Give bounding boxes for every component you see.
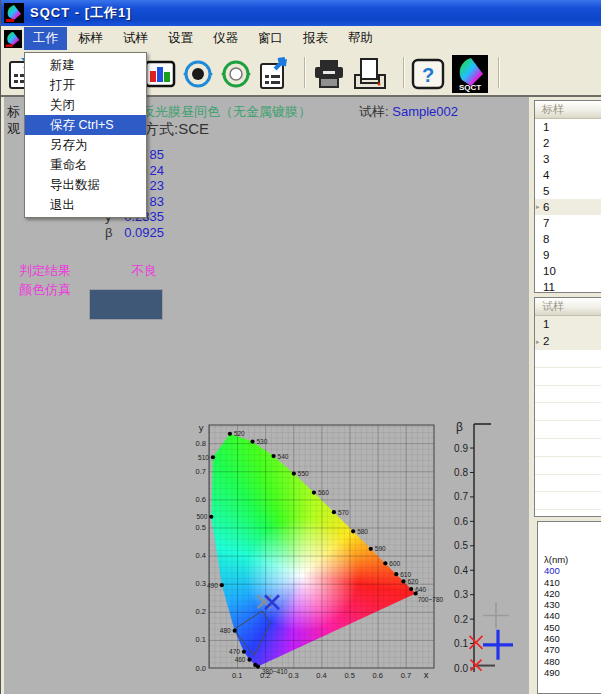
toolbar-separator (304, 57, 306, 88)
value-number: 23 (150, 178, 164, 193)
window-title: SQCT - [工作1] (30, 4, 132, 22)
menu-item-7[interactable]: 帮助 (339, 27, 382, 50)
list-row-2[interactable]: 2 (535, 135, 601, 151)
sample-line: 试样: Sample002 (359, 103, 458, 121)
export-report-button[interactable] (255, 54, 293, 93)
svg-text:700~780: 700~780 (418, 596, 444, 603)
wavelength-490[interactable]: 490 (544, 667, 601, 678)
measure-mode: 方式:SCE (144, 120, 209, 139)
menu-item-2[interactable]: 试样 (114, 27, 157, 50)
svg-text:0.7: 0.7 (401, 671, 411, 680)
print-preview-button[interactable] (351, 54, 389, 93)
sqct-logo-button[interactable]: SQCT (451, 54, 489, 93)
svg-text:520: 520 (234, 430, 245, 437)
wavelength-420[interactable]: 420 (544, 588, 601, 599)
svg-text:500: 500 (196, 513, 207, 520)
svg-text:0.8: 0.8 (454, 467, 468, 478)
list-row-9[interactable]: 9 (535, 247, 601, 263)
svg-text:0.1: 0.1 (196, 635, 206, 644)
svg-text:480: 480 (220, 627, 231, 634)
svg-text:600: 600 (389, 560, 400, 567)
help-button[interactable]: ? (409, 54, 447, 93)
list-row-7[interactable]: 7 (535, 215, 601, 231)
wavelength-470[interactable]: 470 (544, 644, 601, 655)
bar-chart-icon (144, 58, 176, 90)
wavelength-410[interactable]: 410 (544, 577, 601, 588)
file-menu-dropdown: 新建打开关闭保存 Ctrl+S另存为重命名导出数据退出 (24, 52, 147, 218)
printer-icon (312, 58, 346, 90)
wavelength-400[interactable]: 400 (544, 565, 601, 576)
sqct-logo-icon: SQCT (452, 55, 488, 93)
wavelength-430[interactable]: 430 (544, 599, 601, 610)
wavelength-460[interactable]: 460 (544, 633, 601, 644)
wavelength-450[interactable]: 450 (544, 622, 601, 633)
menu-item-4[interactable]: 仪器 (204, 27, 247, 50)
svg-text:0.6: 0.6 (196, 495, 206, 504)
print-button[interactable] (310, 54, 348, 93)
file-menu-item-7[interactable]: 退出 (25, 195, 146, 215)
value-number: 85 (150, 147, 164, 162)
wavelength-header: λ(nm) (544, 554, 601, 565)
svg-text:0.5: 0.5 (196, 523, 206, 532)
sample-measure-button[interactable] (217, 54, 255, 93)
sample-label: 试样: (359, 104, 389, 119)
wavelength-440[interactable]: 440 (544, 610, 601, 621)
list-row-10[interactable]: 10 (535, 263, 601, 279)
svg-text:?: ? (422, 64, 434, 86)
empty-row (535, 368, 601, 386)
file-menu-item-6[interactable]: 导出数据 (25, 175, 146, 195)
menu-item-5[interactable]: 窗口 (249, 27, 292, 50)
cie-chart: 0.10.20.30.40.50.60.70.00.10.20.30.40.50… (191, 415, 451, 694)
menu-item-6[interactable]: 报表 (294, 27, 337, 50)
empty-row (535, 492, 601, 510)
svg-text:0.3: 0.3 (196, 579, 206, 588)
svg-text:0.7: 0.7 (454, 491, 468, 502)
list-row-1[interactable]: 1 (535, 119, 601, 135)
file-menu-item-1[interactable]: 打开 (25, 75, 146, 95)
list-row-11[interactable]: 11 (535, 279, 601, 293)
menu-item-3[interactable]: 设置 (159, 27, 202, 50)
svg-text:x: x (424, 669, 429, 680)
list-row-2[interactable]: ▸2 (535, 333, 601, 350)
svg-text:0.1: 0.1 (232, 671, 242, 680)
product-name: 反光膜昼间色（无金属镀膜） (142, 103, 311, 121)
menu-items: 工作标样试样设置仪器窗口报表帮助 (24, 27, 382, 50)
svg-text:470: 470 (229, 648, 240, 655)
help-icon: ? (411, 57, 445, 91)
file-menu-item-4[interactable]: 另存为 (25, 135, 146, 155)
svg-text:570: 570 (338, 509, 349, 516)
wavelength-panel: λ(nm) 400410420430440450460470480490 (537, 521, 601, 694)
judgement-label: 判定结果 (19, 262, 71, 280)
svg-text:SQCT: SQCT (459, 83, 481, 92)
svg-text:550: 550 (298, 470, 309, 477)
list-row-4[interactable]: 4 (535, 167, 601, 183)
empty-row (535, 403, 601, 421)
svg-text:610: 610 (400, 571, 411, 578)
title-bar[interactable]: SQCT - [工作1] (1, 0, 601, 26)
menu-item-0[interactable]: 工作 (24, 27, 67, 50)
file-menu-item-5[interactable]: 重命名 (25, 155, 146, 175)
file-menu-item-3[interactable]: 保存 Ctrl+S (25, 115, 146, 135)
value-label: β (105, 225, 112, 241)
empty-row (535, 475, 601, 493)
file-menu-item-2[interactable]: 关闭 (25, 95, 146, 115)
file-menu-item-0[interactable]: 新建 (25, 55, 146, 75)
print-preview-icon (352, 57, 388, 91)
samples-panel: 试样 1▸2 (534, 297, 601, 517)
list-row-6[interactable]: ▸6 (535, 199, 601, 215)
wavelength-480[interactable]: 480 (544, 656, 601, 667)
list-row-1[interactable]: 1 (535, 316, 601, 333)
standard-measure-button[interactable] (179, 54, 217, 93)
truncated-label-2: 观 (7, 120, 20, 138)
svg-text:0.0: 0.0 (196, 664, 206, 673)
svg-text:0.9: 0.9 (454, 443, 468, 454)
svg-text:540: 540 (278, 453, 289, 460)
menu-bar: 工作标样试样设置仪器窗口报表帮助 (1, 26, 601, 51)
svg-text:460: 460 (235, 656, 246, 663)
svg-text:510: 510 (198, 454, 209, 461)
list-row-8[interactable]: 8 (535, 231, 601, 247)
list-row-5[interactable]: 5 (535, 183, 601, 199)
menu-item-1[interactable]: 标样 (69, 27, 112, 50)
list-row-3[interactable]: 3 (535, 151, 601, 167)
empty-row (535, 421, 601, 439)
